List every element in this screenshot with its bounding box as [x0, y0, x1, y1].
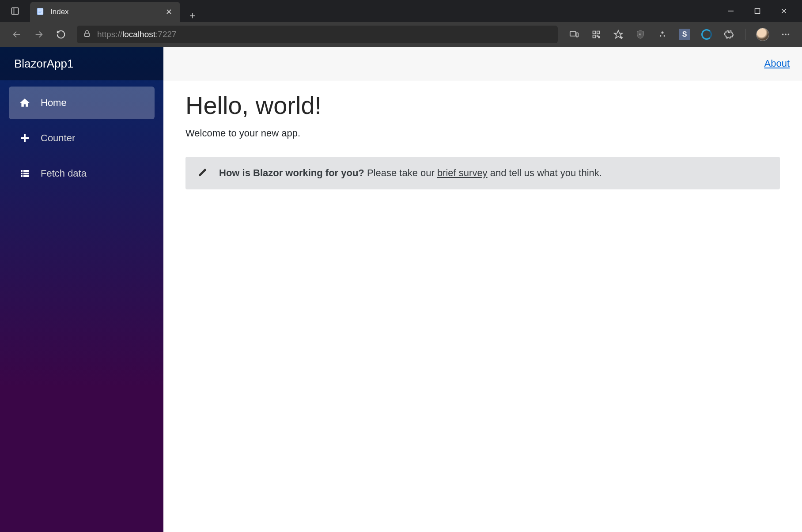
svg-rect-13 — [570, 32, 576, 36]
svg-marker-20 — [614, 30, 622, 38]
favicon-icon — [36, 8, 45, 16]
svg-rect-16 — [597, 31, 600, 34]
back-button[interactable] — [11, 28, 23, 41]
sidebar: BlazorApp1 Home Counter Fetch data — [0, 47, 163, 532]
plus-icon — [19, 132, 31, 144]
tab-title: Index — [50, 8, 159, 16]
survey-text: How is Blazor working for you? Please ta… — [219, 167, 602, 179]
sidebar-item-label: Counter — [41, 132, 75, 144]
sidebar-item-label: Home — [41, 97, 67, 109]
browser-chrome: Index ✕ ＋ — [0, 0, 802, 47]
home-icon — [19, 97, 31, 109]
window-controls — [715, 0, 802, 22]
extensions-puzzle-icon[interactable] — [723, 29, 734, 40]
sidebar-item-label: Fetch data — [41, 168, 87, 179]
profile-avatar[interactable] — [756, 28, 769, 41]
svg-rect-2 — [37, 8, 43, 15]
url-port: :7227 — [155, 30, 177, 39]
browser-tab[interactable]: Index ✕ — [30, 2, 180, 22]
reload-button[interactable] — [55, 28, 67, 41]
svg-rect-34 — [21, 173, 23, 174]
pencil-icon — [198, 168, 208, 178]
nav-items: Home Counter Fetch data — [0, 80, 163, 192]
extension-icon-1[interactable] — [657, 29, 668, 40]
svg-text:u: u — [639, 32, 641, 36]
survey-alert: How is Blazor working for you? Please ta… — [185, 157, 780, 189]
tab-actions-button[interactable] — [0, 0, 30, 22]
svg-rect-12 — [85, 33, 90, 37]
survey-strong: How is Blazor working for you? — [219, 167, 364, 178]
tab-strip: Index ✕ ＋ — [30, 0, 715, 22]
svg-rect-0 — [12, 8, 19, 15]
toolbar-right: u S — [560, 28, 798, 41]
svg-rect-18 — [597, 35, 598, 37]
ring-icon — [701, 29, 712, 40]
list-icon — [19, 167, 31, 180]
favorites-icon[interactable] — [613, 29, 624, 40]
sidebar-item-fetch-data[interactable]: Fetch data — [9, 157, 155, 190]
toolbar-divider — [745, 29, 745, 40]
maximize-button[interactable] — [751, 8, 764, 14]
svg-rect-32 — [21, 170, 23, 172]
minimize-button[interactable] — [724, 8, 738, 14]
sidebar-brand[interactable]: BlazorApp1 — [0, 47, 163, 80]
browser-toolbar: https://localhost:7227 u S — [0, 22, 802, 47]
main: About Hello, world! Welcome to your new … — [163, 47, 802, 532]
svg-point-26 — [664, 35, 665, 37]
ublock-icon[interactable]: u — [635, 29, 646, 40]
browser-menu-button[interactable] — [780, 29, 791, 40]
svg-rect-19 — [598, 37, 600, 38]
forward-button[interactable] — [33, 28, 45, 41]
svg-rect-14 — [576, 33, 579, 37]
site-info-lock-icon[interactable] — [83, 30, 91, 39]
svg-rect-17 — [593, 35, 596, 38]
url-host: localhost — [122, 30, 155, 39]
extension-icon-2[interactable] — [701, 29, 712, 40]
survey-link[interactable]: brief survey — [437, 167, 488, 178]
svg-rect-33 — [23, 170, 29, 172]
survey-before-link: Please take our — [364, 167, 437, 178]
url-text: https://localhost:7227 — [97, 30, 177, 39]
svg-point-24 — [662, 31, 664, 34]
page-title: Hello, world! — [185, 91, 780, 120]
svg-rect-15 — [593, 31, 596, 34]
tab-close-button[interactable]: ✕ — [164, 7, 174, 17]
app: BlazorApp1 Home Counter Fetch data — [0, 47, 802, 532]
sidebar-item-home[interactable]: Home — [9, 87, 155, 119]
url-scheme: https:// — [97, 30, 122, 39]
about-link[interactable]: About — [764, 58, 790, 69]
qr-icon[interactable] — [590, 29, 602, 40]
address-bar[interactable]: https://localhost:7227 — [77, 26, 558, 43]
svg-rect-35 — [23, 173, 29, 174]
svg-point-25 — [660, 35, 661, 37]
svg-point-28 — [785, 34, 787, 35]
content: Hello, world! Welcome to your new app. H… — [163, 80, 802, 197]
close-window-button[interactable] — [777, 8, 791, 14]
sidebar-item-counter[interactable]: Counter — [9, 122, 155, 155]
svg-rect-31 — [21, 137, 29, 139]
svg-point-27 — [782, 34, 784, 35]
svg-rect-37 — [23, 175, 29, 177]
svg-rect-7 — [755, 9, 760, 14]
svg-rect-36 — [21, 175, 23, 177]
devices-icon[interactable] — [568, 29, 580, 40]
svg-point-29 — [788, 34, 790, 35]
new-tab-button[interactable]: ＋ — [184, 9, 201, 22]
titlebar: Index ✕ ＋ — [0, 0, 802, 22]
extension-s-icon[interactable]: S — [679, 29, 690, 40]
top-row: About — [163, 47, 802, 80]
welcome-text: Welcome to your new app. — [185, 128, 780, 139]
nav-buttons — [4, 28, 74, 41]
survey-after-link: and tell us what you think. — [488, 167, 602, 178]
sidebar-brand-label: BlazorApp1 — [14, 57, 73, 71]
